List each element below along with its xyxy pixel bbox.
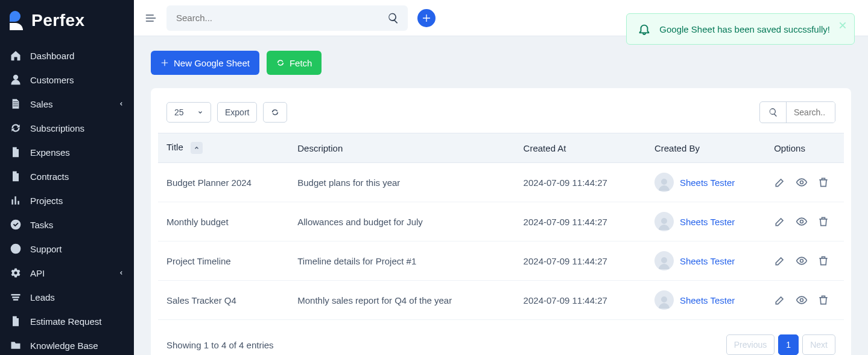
close-icon[interactable]: [838, 21, 847, 30]
user-link[interactable]: Sheets Tester: [680, 295, 735, 305]
trash-icon[interactable]: [817, 176, 829, 188]
sidebar-item-knowledge-base[interactable]: Knowledge Base: [0, 333, 134, 355]
sidebar-item-label: Support: [30, 244, 62, 254]
sidebar-item-sales[interactable]: Sales: [0, 92, 134, 116]
sidebar-item-dashboard[interactable]: Dashboard: [0, 43, 134, 68]
trash-icon[interactable]: [817, 255, 829, 267]
eye-icon[interactable]: [796, 255, 808, 267]
cell-title: Budget Planner 2024: [158, 163, 289, 202]
cell-options: [765, 202, 844, 241]
logo[interactable]: Perfex: [0, 0, 134, 41]
user-link[interactable]: Sheets Tester: [680, 177, 735, 188]
sidebar-item-estimate-request[interactable]: Estimate Request: [0, 309, 134, 333]
refresh-icon: [271, 108, 279, 117]
search-input[interactable]: [166, 5, 408, 31]
table-row: Budget Planner 2024Budget plans for this…: [158, 163, 844, 202]
sheets-card: 25 Export Title: [151, 88, 851, 355]
edit-icon[interactable]: [774, 255, 786, 267]
sidebar-item-customers[interactable]: Customers: [0, 68, 134, 92]
sidebar-item-label: Knowledge Base: [30, 341, 98, 351]
eye-icon[interactable]: [796, 176, 808, 188]
table-refresh-button[interactable]: [263, 102, 287, 123]
cell-title: Project Timeline: [158, 241, 289, 281]
fetch-button[interactable]: Fetch: [267, 51, 322, 75]
new-google-sheet-label: New Google Sheet: [174, 58, 250, 68]
leads-icon: [10, 291, 22, 303]
sidebar-item-leads[interactable]: Leads: [0, 285, 134, 309]
cell-created-by: Sheets Tester: [646, 281, 765, 320]
col-description[interactable]: Description: [289, 133, 515, 163]
prev-button[interactable]: Previous: [726, 334, 775, 355]
edit-icon[interactable]: [774, 294, 786, 306]
sidebar-item-projects[interactable]: Projects: [0, 188, 134, 213]
sidebar-item-label: Customers: [30, 75, 74, 85]
table-search-input[interactable]: [787, 102, 835, 123]
col-title[interactable]: Title: [158, 133, 289, 163]
edit-icon[interactable]: [774, 176, 786, 188]
file-icon: [10, 146, 22, 158]
home-icon: [10, 50, 22, 62]
user-link[interactable]: Sheets Tester: [680, 256, 735, 266]
plus-icon: [422, 13, 431, 23]
cell-title: Monthly budget: [158, 202, 289, 241]
svg-point-3: [800, 299, 803, 302]
sidebar-item-support[interactable]: Support: [0, 237, 134, 261]
cell-description: Allowances and budget for July: [289, 202, 515, 241]
bell-icon: [638, 22, 651, 36]
table-search: [759, 101, 835, 123]
sidebar-item-label: Subscriptions: [30, 123, 84, 133]
pagination: Previous 1 Next: [726, 334, 835, 355]
table-footer: Showing 1 to 4 of 4 entries Previous 1 N…: [158, 320, 844, 355]
sidebar-item-label: Leads: [30, 292, 55, 302]
sidebar-item-label: Estimate Request: [30, 316, 101, 327]
table-toolbar: 25 Export: [158, 101, 844, 133]
menu-toggle-icon[interactable]: [145, 12, 157, 24]
doc-icon: [10, 98, 22, 110]
export-label: Export: [225, 107, 249, 117]
trash-icon[interactable]: [817, 294, 829, 306]
chevron-down-icon: [197, 109, 203, 115]
col-created-at[interactable]: Created At: [515, 133, 646, 163]
folder-icon: [10, 339, 22, 351]
sidebar-item-label: Expenses: [30, 147, 70, 158]
file-icon: [10, 170, 22, 182]
quick-add-button[interactable]: [417, 9, 436, 27]
cell-created-by: Sheets Tester: [646, 241, 765, 281]
cell-description: Timeline details for Project #1: [289, 241, 515, 281]
search-icon[interactable]: [760, 102, 787, 123]
logo-text: Perfex: [31, 11, 85, 30]
eye-icon[interactable]: [796, 216, 808, 228]
refresh-icon: [276, 59, 285, 67]
search-icon[interactable]: [387, 12, 399, 24]
next-button[interactable]: Next: [802, 334, 835, 355]
page-1-button[interactable]: 1: [778, 334, 799, 355]
user-link[interactable]: Sheets Tester: [680, 217, 735, 227]
sidebar-item-subscriptions[interactable]: Subscriptions: [0, 116, 134, 140]
page-size-select[interactable]: 25: [166, 102, 211, 123]
sidebar-item-expenses[interactable]: Expenses: [0, 140, 134, 164]
sidebar-nav: DashboardCustomersSalesSubscriptionsExpe…: [0, 41, 134, 355]
new-google-sheet-button[interactable]: New Google Sheet: [151, 51, 259, 75]
sidebar-item-label: API: [30, 268, 45, 278]
cell-created-by: Sheets Tester: [646, 202, 765, 241]
page-size-value: 25: [174, 107, 184, 117]
action-bar: New Google Sheet Fetch: [151, 51, 851, 75]
col-created-by[interactable]: Created By: [646, 133, 765, 163]
cogs-icon: [10, 267, 22, 279]
cell-options: [765, 281, 844, 320]
sidebar-item-contracts[interactable]: Contracts: [0, 164, 134, 188]
cell-description: Monthly sales report for Q4 of the year: [289, 281, 515, 320]
eye-icon[interactable]: [796, 294, 808, 306]
chevron-left-icon: [118, 101, 124, 107]
sidebar-item-label: Sales: [30, 99, 53, 109]
fetch-label: Fetch: [290, 58, 312, 68]
cell-created-at: 2024-07-09 11:44:27: [515, 163, 646, 202]
trash-icon[interactable]: [817, 216, 829, 228]
edit-icon[interactable]: [774, 216, 786, 228]
col-options: Options: [765, 133, 844, 163]
sidebar-item-tasks[interactable]: Tasks: [0, 213, 134, 237]
sort-asc-icon[interactable]: [191, 142, 203, 154]
sidebar-item-api[interactable]: API: [0, 261, 134, 285]
export-button[interactable]: Export: [217, 102, 257, 123]
toast-message: Google Sheet has been saved succssfully!: [659, 24, 830, 34]
